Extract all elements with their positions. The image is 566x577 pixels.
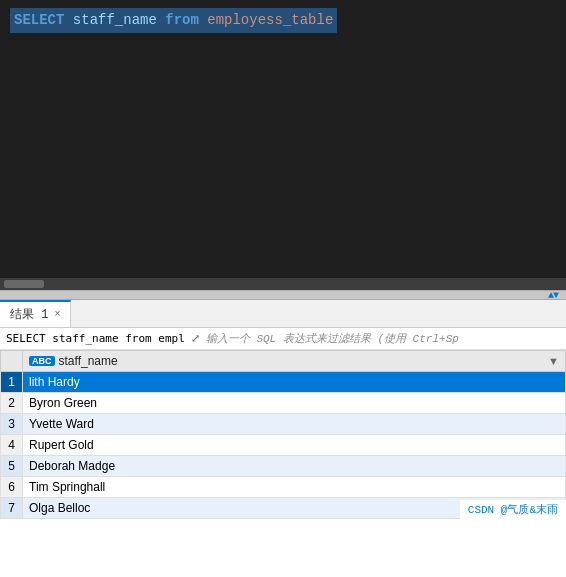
row-number: 1 — [1, 372, 23, 393]
watermark-bar: CSDN @气质&末雨 — [460, 500, 566, 519]
table-row[interactable]: 5Deborah Madge — [1, 456, 566, 477]
keyword-from: from — [165, 12, 199, 28]
col-staff-name-header[interactable]: ABC staff_name ▼ — [23, 351, 566, 372]
editor-scrollbar[interactable] — [0, 278, 566, 290]
table-header-row: ABC staff_name ▼ — [1, 351, 566, 372]
filter-hint[interactable]: 输入一个 SQL 表达式来过滤结果 (使用 Ctrl+Sp — [206, 331, 459, 346]
resize-handle[interactable]: ▲▼ — [0, 290, 566, 300]
table-body: 1lith Hardy2Byron Green3Yvette Ward4Rupe… — [1, 372, 566, 519]
sql-preview-bar: SELECT staff_name from empl ⤢ 输入一个 SQL 表… — [0, 328, 566, 350]
tab-close-button[interactable]: × — [54, 309, 60, 320]
keyword-select: SELECT — [14, 12, 64, 28]
table-row[interactable]: 2Byron Green — [1, 393, 566, 414]
sql-line: SELECT staff_name from employess_table — [0, 0, 566, 41]
watermark-text: CSDN @气质&末雨 — [468, 504, 558, 516]
resize-arrows-icon: ▲▼ — [548, 290, 558, 301]
results-table: ABC staff_name ▼ 1lith Hardy2Byron Green… — [0, 350, 566, 519]
row-num-header — [1, 351, 23, 372]
abc-badge: ABC — [29, 356, 55, 366]
row-number: 4 — [1, 435, 23, 456]
expand-icon[interactable]: ⤢ — [191, 332, 200, 345]
sql-editor[interactable]: SELECT staff_name from employess_table — [0, 0, 566, 290]
results-panel: 结果 1 × SELECT staff_name from empl ⤢ 输入一… — [0, 300, 566, 519]
table-row[interactable]: 1lith Hardy — [1, 372, 566, 393]
col-filter-icon[interactable]: ▼ — [548, 355, 559, 367]
row-number: 3 — [1, 414, 23, 435]
row-number: 6 — [1, 477, 23, 498]
row-staff-name: lith Hardy — [23, 372, 566, 393]
sql-preview-text: SELECT staff_name from empl — [6, 332, 185, 345]
tab-label: 结果 1 — [10, 306, 48, 323]
scrollbar-thumb — [4, 280, 44, 288]
row-number: 5 — [1, 456, 23, 477]
col-name-label: staff_name — [59, 354, 118, 368]
table-name: employess_table — [207, 12, 333, 28]
row-staff-name: Yvette Ward — [23, 414, 566, 435]
tab-bar: 结果 1 × — [0, 300, 566, 328]
row-staff-name: Byron Green — [23, 393, 566, 414]
column-name: staff_name — [73, 12, 157, 28]
row-number: 7 — [1, 498, 23, 519]
row-staff-name: Rupert Gold — [23, 435, 566, 456]
row-staff-name: Deborah Madge — [23, 456, 566, 477]
row-staff-name: Tim Springhall — [23, 477, 566, 498]
table-row[interactable]: 6Tim Springhall — [1, 477, 566, 498]
table-row[interactable]: 4Rupert Gold — [1, 435, 566, 456]
table-row[interactable]: 3Yvette Ward — [1, 414, 566, 435]
results-tab[interactable]: 结果 1 × — [0, 300, 71, 327]
row-number: 2 — [1, 393, 23, 414]
